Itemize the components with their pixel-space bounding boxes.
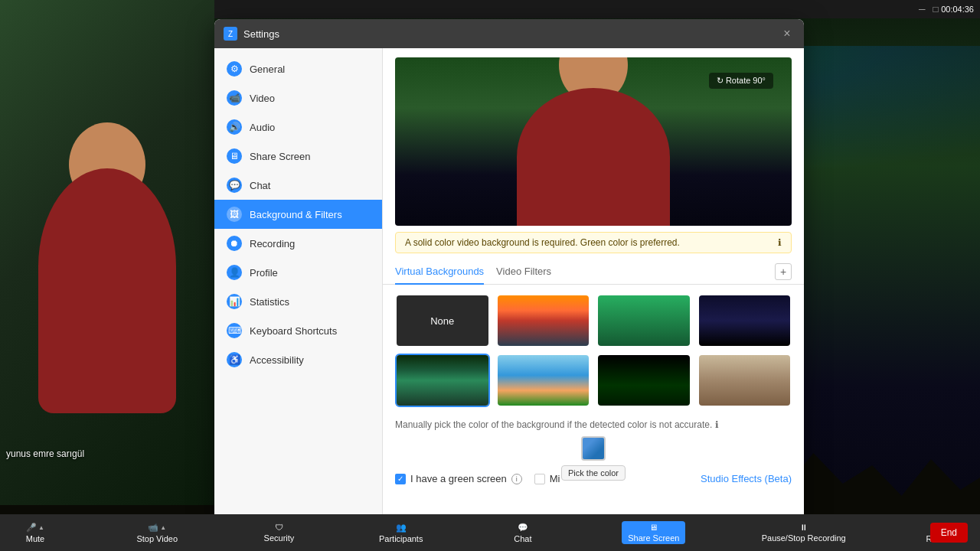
sidebar-item-accessibility[interactable]: ♿ Accessibility [214,345,382,374]
taskbar-participants[interactable]: 👥 Participants [378,523,424,543]
window-controls: ─ □ [916,4,941,15]
space-thumbnail [699,295,791,346]
end-button[interactable]: End [930,523,968,543]
color-tooltip: Pick the color [561,465,626,481]
background-tabs: Virtual Backgrounds Video Filters + [383,259,804,285]
settings-window-icon: Z [224,27,237,41]
color-picker-row: Pick the color [395,436,792,461]
tab-virtual-backgrounds[interactable]: Virtual Backgrounds [395,259,484,285]
zoom-taskbar: 🎤 ▲ Mute 📹 ▲ Stop Video 🛡 Security 👥 Par… [0,514,980,551]
sidebar-item-recording[interactable]: ⏺ Recording [214,229,382,258]
background-aurora[interactable] [395,354,490,407]
taskbar-stop-video[interactable]: 📹 ▲ Stop Video [134,523,180,543]
recording-icon: ⏺ [227,236,242,251]
sidebar-item-general[interactable]: ⚙ General [214,54,382,83]
webcam-preview: yunus emre sarıgül [0,0,214,505]
warning-text: A solid color video background is requir… [405,237,680,248]
cyber-thumbnail [598,355,690,406]
background-grid: None [383,285,804,416]
golden-gate-thumbnail [498,295,590,346]
keyboard-shortcuts-icon: ⌨ [227,323,242,338]
aurora-thumbnail [397,355,488,406]
green-screen-label: I have a green screen [410,473,507,484]
settings-sidebar: ⚙ General 📹 Video 🔊 Audio 🖥 Share Screen… [214,48,383,524]
warning-banner: A solid color video background is requir… [395,232,792,253]
minimize-icon[interactable]: ─ [916,4,927,15]
settings-main: ↻ Rotate 90° A solid color video backgro… [383,48,804,524]
participants-icon: 👥 [396,523,407,533]
sidebar-item-audio[interactable]: 🔊 Audio [214,112,382,142]
taskbar-recording[interactable]: ⏸ Pause/Stop Recording [762,523,846,543]
green-screen-checkbox[interactable]: ✓ [395,474,406,484]
background-forest[interactable] [596,294,691,347]
color-pick-info: Manually pick the color of the backgroun… [395,419,792,430]
add-background-button[interactable]: + [775,263,792,280]
statistics-icon: 📊 [227,294,242,309]
sidebar-item-statistics[interactable]: 📊 Statistics [214,287,382,316]
color-swatch[interactable]: Pick the color [581,436,606,461]
sidebar-item-profile[interactable]: 👤 Profile [214,258,382,287]
webcam-inner: yunus emre sarıgül [0,0,214,505]
background-beach[interactable] [496,354,591,407]
mirror-checkbox[interactable] [534,474,545,484]
username-tag: yunus emre sarıgül [6,448,84,459]
green-screen-group: ✓ I have a green screen i [395,473,522,484]
background-space[interactable] [697,294,792,347]
taskbar-chat[interactable]: 💬 Chat [500,523,546,543]
settings-body: ⚙ General 📹 Video 🔊 Audio 🖥 Share Screen… [214,48,804,524]
maximize-icon[interactable]: □ [930,4,941,15]
stop-video-icon: 📹 [148,523,158,533]
person-body [38,168,176,413]
stop-video-icon-group: 📹 ▲ [148,523,166,533]
warning-info-icon[interactable]: ℹ [778,237,782,248]
video-preview-container: ↻ Rotate 90° [383,48,804,232]
background-cyber[interactable] [596,354,691,407]
green-screen-info-icon[interactable]: i [511,474,522,484]
tab-video-filters[interactable]: Video Filters [496,259,551,285]
accessibility-icon: ♿ [227,352,242,367]
taskbar-share-screen[interactable]: 🖥 Share Screen [622,521,685,544]
sidebar-item-keyboard-shortcuts[interactable]: ⌨ Keyboard Shortcuts [214,316,382,345]
background-golden-gate[interactable] [496,294,591,347]
background-none[interactable]: None [395,294,490,347]
color-pick-section: Manually pick the color of the backgroun… [383,416,804,467]
sidebar-item-chat[interactable]: 💬 Chat [214,171,382,200]
sidebar-item-background-filters[interactable]: 🖼 Background & Filters [214,200,382,229]
background-filters-icon: 🖼 [227,207,242,222]
beach-thumbnail [498,355,590,406]
settings-titlebar: Z Settings × [214,19,804,48]
rotate-button[interactable]: ↻ Rotate 90° [709,73,773,89]
video-preview: ↻ Rotate 90° [395,57,792,226]
general-icon: ⚙ [227,61,242,77]
share-screen-taskbar-icon: 🖥 [649,523,658,532]
sidebar-item-video[interactable]: 📹 Video [214,83,382,112]
chat-taskbar-icon: 💬 [518,523,528,533]
security-icon: 🛡 [275,523,283,532]
meditation-thumbnail [699,355,791,406]
studio-effects-button[interactable]: Studio Effects (Beta) [701,473,792,484]
settings-title: Settings [243,28,773,40]
taskbar-security[interactable]: 🛡 Security [256,523,302,543]
taskbar-mute[interactable]: 🎤 ▲ Mute [12,523,58,543]
chat-icon: 💬 [227,178,242,193]
none-thumbnail: None [397,295,488,346]
top-bar-time: 00:04:36 [941,5,974,14]
mirror-group: Mi [534,473,560,484]
preview-body [517,88,670,226]
color-info-icon[interactable]: ℹ [715,419,719,430]
stop-video-chevron-icon: ▲ [160,524,166,531]
profile-icon: 👤 [227,265,242,280]
video-icon: 📹 [227,90,242,106]
forest-thumbnail [598,295,690,346]
background-meditation[interactable] [697,354,792,407]
mute-chevron-icon: ▲ [38,524,44,531]
close-button[interactable]: × [779,26,795,41]
share-screen-icon: 🖥 [227,148,242,164]
sidebar-item-share-screen[interactable]: 🖥 Share Screen [214,142,382,171]
settings-window: Z Settings × ⚙ General 📹 Video 🔊 Audio 🖥… [214,19,804,524]
mirror-label: Mi [550,473,560,484]
recording-taskbar-icon: ⏸ [799,523,808,532]
mute-icon-group: 🎤 ▲ [26,523,44,533]
mute-icon: 🎤 [26,523,37,533]
audio-icon: 🔊 [227,119,242,135]
